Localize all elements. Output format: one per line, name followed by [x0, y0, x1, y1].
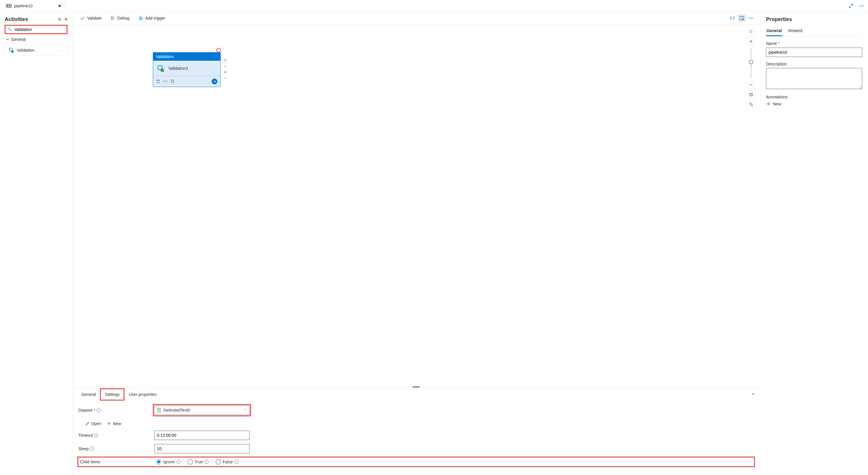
validation-activity-node[interactable]: Validation Validation1	[153, 52, 221, 87]
pipeline-tab[interactable]: pipeline10	[2, 0, 65, 11]
zoom-out-icon[interactable]	[747, 80, 755, 89]
delete-icon[interactable]	[156, 79, 160, 84]
radio-ignore[interactable]: Ignore i	[156, 459, 181, 465]
validation-icon	[8, 47, 14, 53]
plus-icon	[107, 421, 111, 426]
panel-tab-settings[interactable]: Settings	[100, 388, 125, 401]
annotations-label: Annotations	[766, 95, 862, 99]
svg-rect-0	[6, 4, 7, 7]
timeout-input[interactable]	[154, 431, 250, 440]
node-name: Validation1	[168, 66, 188, 71]
properties-panel: Properties General Related Name* Descrip…	[760, 12, 868, 475]
activities-search-box[interactable]	[5, 25, 67, 34]
auto-align-icon[interactable]	[747, 100, 755, 109]
panel-tab-general[interactable]: General	[77, 389, 100, 400]
dataset-select[interactable]: DelimitedText5	[154, 406, 250, 415]
svg-point-3	[860, 5, 861, 6]
search-canvas-icon[interactable]	[747, 28, 755, 36]
props-tab-general[interactable]: General	[766, 26, 782, 36]
trigger-icon	[138, 16, 143, 21]
properties-title: Properties	[766, 16, 862, 23]
info-icon[interactable]: i	[96, 408, 100, 412]
panel-collapse-icon[interactable]	[751, 392, 755, 397]
zoom-in-icon[interactable]	[747, 37, 755, 45]
pipeline-icon	[6, 3, 12, 8]
search-input[interactable]	[14, 27, 65, 32]
toolbar-more-icon[interactable]	[747, 14, 755, 22]
activity-validation[interactable]: Validation ⋮⋮	[5, 45, 67, 56]
expand-icon[interactable]	[847, 2, 855, 10]
fit-screen-icon[interactable]	[747, 91, 755, 99]
search-icon	[8, 27, 12, 32]
properties-toggle-button[interactable]	[738, 14, 746, 22]
info-icon[interactable]: i	[94, 433, 98, 437]
svg-point-5	[863, 5, 864, 6]
check-icon	[80, 16, 85, 21]
success-icon[interactable]: ✓	[222, 64, 228, 69]
dataset-icon	[157, 408, 161, 412]
svg-rect-35	[750, 103, 751, 104]
open-dataset-button[interactable]: Open	[85, 421, 101, 426]
status-indicator	[216, 48, 221, 53]
info-icon[interactable]: i	[177, 460, 181, 464]
plus-icon	[766, 102, 771, 106]
retry-icon[interactable]	[222, 58, 228, 63]
props-tab-related[interactable]: Related	[787, 26, 803, 36]
tab-title: pipeline10	[14, 3, 33, 8]
add-annotation-button[interactable]: New	[766, 102, 862, 106]
svg-rect-2	[10, 4, 11, 7]
child-items-label: Child items	[80, 460, 156, 464]
chevron-down-icon	[6, 38, 9, 41]
completion-icon[interactable]: ✓	[222, 75, 228, 80]
section-general[interactable]: General	[5, 34, 67, 45]
pipeline-canvas[interactable]: Validation Validation1	[72, 25, 760, 386]
svg-point-4	[861, 5, 862, 6]
new-dataset-button[interactable]: New	[107, 421, 121, 426]
activities-sidebar: Activities General Validation ⋮⋮	[0, 12, 72, 475]
description-field-label: Description	[766, 62, 862, 66]
svg-rect-1	[8, 4, 9, 7]
name-field-label: Name*	[766, 41, 862, 46]
sleep-input[interactable]	[154, 444, 250, 453]
svg-rect-37	[157, 408, 160, 412]
svg-rect-13	[740, 16, 744, 20]
svg-point-20	[752, 18, 753, 19]
svg-point-19	[751, 18, 752, 19]
expand-collapse-icon[interactable]	[58, 17, 62, 22]
zoom-slider[interactable]	[751, 48, 751, 78]
radio-false[interactable]: False i	[216, 459, 239, 465]
validation-icon	[157, 64, 165, 72]
svg-rect-36	[751, 105, 752, 106]
name-input[interactable]	[766, 47, 862, 57]
info-icon[interactable]: i	[90, 447, 94, 451]
canvas-tools	[747, 28, 755, 109]
copy-icon[interactable]	[170, 79, 174, 84]
description-textarea[interactable]	[766, 68, 862, 89]
pipeline-toolbar: Validate Debug Add trigger	[72, 12, 760, 25]
debug-button[interactable]: Debug	[107, 14, 132, 22]
drag-handle-icon: ⋮⋮	[56, 48, 64, 53]
tab-bar: pipeline10	[0, 0, 868, 12]
dataset-label: Dataset * i	[78, 408, 154, 412]
code-view-button[interactable]	[728, 14, 737, 22]
sleep-label: Sleep i	[78, 446, 154, 451]
validate-button[interactable]: Validate	[77, 14, 105, 22]
svg-rect-34	[750, 94, 752, 96]
sidebar-title: Activities	[5, 16, 28, 23]
svg-line-7	[11, 30, 12, 31]
add-trigger-button[interactable]: Add trigger	[135, 14, 168, 22]
failure-icon[interactable]: ✕	[222, 69, 228, 75]
tab-dirty-indicator	[58, 5, 61, 7]
expand-node-icon[interactable]	[212, 78, 217, 84]
svg-point-18	[749, 18, 750, 19]
radio-true[interactable]: True i	[188, 459, 209, 465]
code-icon[interactable]	[163, 79, 167, 84]
collapse-sidebar-icon[interactable]	[63, 17, 67, 22]
svg-point-6	[8, 28, 11, 30]
panel-tab-user-properties[interactable]: User properties	[124, 389, 161, 400]
timeout-label: Timeout i	[78, 433, 154, 438]
info-icon[interactable]: i	[235, 460, 239, 464]
more-icon[interactable]	[858, 2, 866, 10]
info-icon[interactable]: i	[205, 460, 209, 464]
node-side-icons: ✓ ✕ ✓	[222, 58, 228, 80]
